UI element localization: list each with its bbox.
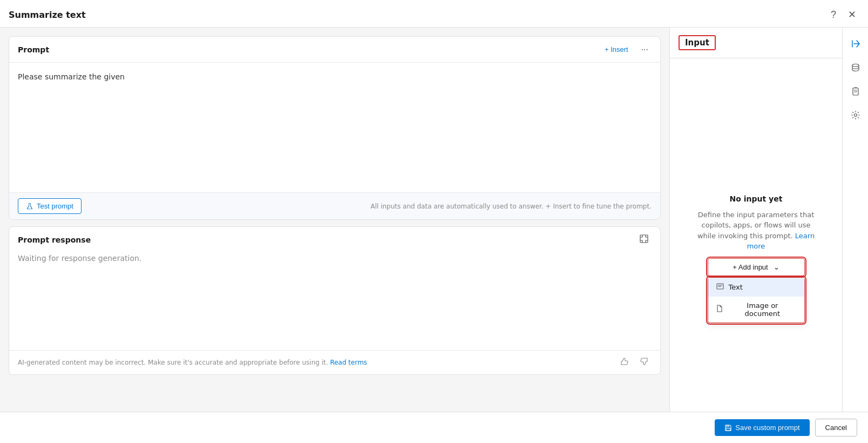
page-title: Summarize text xyxy=(9,10,86,20)
svg-point-4 xyxy=(852,64,859,67)
cancel-button[interactable]: Cancel xyxy=(815,419,857,437)
thumbs-up-button[interactable] xyxy=(617,356,632,369)
sidebar-input-title: Input xyxy=(679,35,716,50)
settings-icon xyxy=(851,110,860,120)
test-prompt-button[interactable]: Test prompt xyxy=(18,198,82,214)
save-icon xyxy=(724,424,732,432)
response-title: Prompt response xyxy=(18,236,91,244)
prompt-card: Prompt + Insert ··· Please summarize the… xyxy=(9,36,661,220)
prompt-footer: Test prompt All inputs and data are auto… xyxy=(9,192,660,219)
dropdown-item-image[interactable]: Image or document xyxy=(708,297,804,323)
no-input-title: No input yet xyxy=(730,194,783,203)
file-icon xyxy=(716,305,724,314)
prompt-title: Prompt xyxy=(18,45,49,54)
prompt-header: Prompt + Insert ··· xyxy=(9,37,660,63)
dropdown-item-text[interactable]: Text xyxy=(708,278,804,297)
feedback-buttons xyxy=(617,356,652,369)
thumbs-down-icon xyxy=(640,357,648,366)
add-input-label: + Add input xyxy=(733,263,768,271)
clipboard-icon xyxy=(851,86,860,96)
right-sidebar: Input No input yet Define the input para… xyxy=(669,28,842,412)
database-icon-button[interactable] xyxy=(846,58,865,77)
chevron-down-icon: ⌄ xyxy=(774,263,779,271)
flask-icon xyxy=(26,203,33,210)
thumbs-up-icon xyxy=(620,357,629,366)
response-waiting-text: Waiting for response generation. xyxy=(18,254,141,263)
response-footer: AI-generated content may be incorrect. M… xyxy=(9,350,660,374)
main-layout: Prompt + Insert ··· Please summarize the… xyxy=(0,28,868,412)
insert-button[interactable]: + Insert xyxy=(601,43,632,56)
expand-button[interactable] xyxy=(636,233,652,246)
database-icon xyxy=(851,63,860,72)
add-input-dropdown: Text Image or document xyxy=(708,277,805,323)
sidebar-icon-strip xyxy=(842,28,868,412)
close-button[interactable]: ✕ xyxy=(845,8,859,22)
sidebar-body: No input yet Define the input parameters… xyxy=(670,58,842,412)
text-icon xyxy=(716,283,724,292)
svg-rect-10 xyxy=(726,428,730,431)
title-bar: Summarize text ? ✕ xyxy=(0,0,868,28)
read-terms-link[interactable]: Read terms xyxy=(330,359,367,366)
save-custom-prompt-button[interactable]: Save custom prompt xyxy=(715,419,809,436)
title-bar-actions: ? ✕ xyxy=(828,8,859,22)
login-icon xyxy=(851,39,860,49)
save-button-label: Save custom prompt xyxy=(735,424,799,432)
text-option-label: Text xyxy=(729,283,743,291)
sidebar-header: Input xyxy=(670,28,842,58)
help-button[interactable]: ? xyxy=(828,8,839,22)
no-input-section: No input yet Define the input parameters… xyxy=(697,194,816,276)
response-header: Prompt response xyxy=(9,227,660,253)
prompt-footer-hint: All inputs and data are automatically us… xyxy=(370,203,652,210)
image-option-label: Image or document xyxy=(728,301,796,318)
settings-icon-button[interactable] xyxy=(846,105,865,125)
left-panel: Prompt + Insert ··· Please summarize the… xyxy=(0,28,669,412)
more-button[interactable]: ··· xyxy=(638,44,652,56)
add-input-button[interactable]: + Add input ⌄ xyxy=(708,258,805,276)
svg-rect-0 xyxy=(640,235,648,243)
bottom-bar: Save custom prompt Cancel xyxy=(0,412,868,443)
prompt-text: Please summarize the given xyxy=(18,72,125,81)
response-body: Waiting for response generation. xyxy=(9,253,660,350)
test-prompt-label: Test prompt xyxy=(37,202,73,210)
response-disclaimer: AI-generated content may be incorrect. M… xyxy=(18,359,367,366)
svg-rect-9 xyxy=(727,425,729,427)
response-card: Prompt response Waiting for response gen… xyxy=(9,226,661,375)
add-input-container: + Add input ⌄ xyxy=(708,258,805,276)
prompt-actions: + Insert ··· xyxy=(601,43,652,56)
svg-point-8 xyxy=(854,114,857,117)
thumbs-down-button[interactable] xyxy=(636,356,652,369)
expand-icon xyxy=(640,234,648,243)
prompt-body: Please summarize the given xyxy=(9,63,660,192)
no-input-desc: Define the input parameters that copilot… xyxy=(697,210,816,252)
clipboard-icon-button[interactable] xyxy=(846,82,865,101)
insert-label: + Insert xyxy=(605,45,628,53)
login-icon-button[interactable] xyxy=(846,34,865,53)
